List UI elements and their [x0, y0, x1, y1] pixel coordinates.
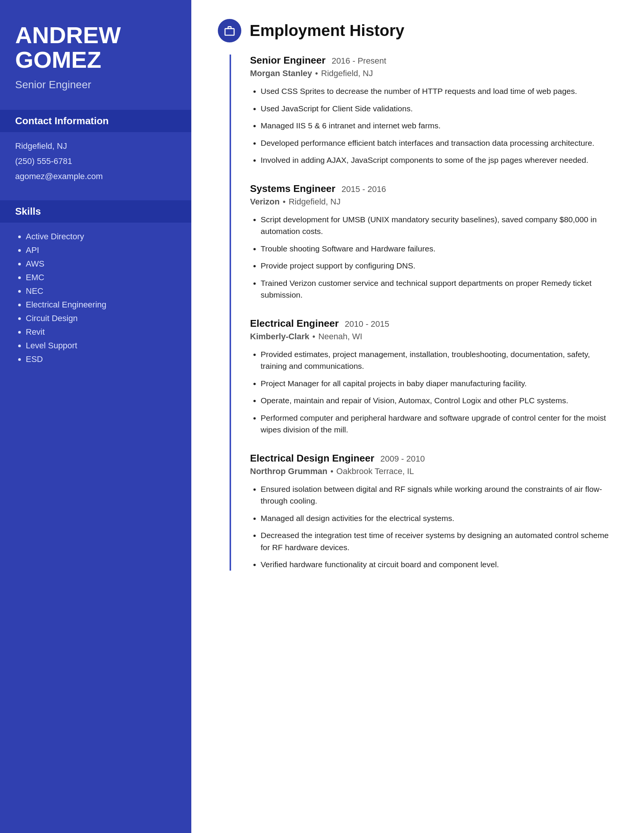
job-bullet: Managed IIS 5 & 6 intranet and internet … [261, 120, 617, 132]
job-bullets: Ensured isolation between digital and RF… [250, 483, 617, 571]
job-bullets: Script development for UMSB (UNIX mandat… [250, 214, 617, 301]
job-bullet: Decreased the integration test time of r… [261, 529, 617, 553]
job-bullet: Used CSS Sprites to decrease the number … [261, 85, 617, 97]
skill-item: Active Directory [26, 232, 176, 241]
job-company: Morgan Stanley•Ridgefield, NJ [250, 69, 617, 78]
job-bullet: Script development for UMSB (UNIX mandat… [261, 214, 617, 237]
job-bullet: Project Manager for all capital projects… [261, 378, 617, 390]
contact-section: Contact Information Ridgefield, NJ (250)… [15, 110, 176, 182]
job-dates: 2010 - 2015 [345, 319, 389, 329]
employment-header: Employment History [218, 19, 617, 42]
job-company: Kimberly-Clark•Neenah, WI [250, 332, 617, 341]
job-bullet: Used JavaScript for Client Side validati… [261, 103, 617, 115]
sidebar: ANDREW GOMEZ Senior Engineer Contact Inf… [0, 0, 191, 833]
job-bullets: Provided estimates, project management, … [250, 348, 617, 436]
job-bullet: Ensured isolation between digital and RF… [261, 483, 617, 507]
employment-title: Employment History [250, 22, 404, 40]
contact-location: Ridgefield, NJ [15, 141, 176, 151]
job-bullet: Managed all design activities for the el… [261, 512, 617, 524]
skill-item: ESD [26, 354, 176, 364]
timeline: Senior Engineer2016 - PresentMorgan Stan… [230, 55, 617, 571]
job-entry: Systems Engineer2015 - 2016Verizon•Ridge… [250, 183, 617, 301]
job-header: Electrical Design Engineer2009 - 2010 [250, 452, 617, 464]
job-title: Electrical Design Engineer [250, 452, 374, 464]
job-entry: Senior Engineer2016 - PresentMorgan Stan… [250, 55, 617, 166]
employment-icon [218, 19, 242, 42]
job-company: Verizon•Ridgefield, NJ [250, 197, 617, 207]
job-header: Senior Engineer2016 - Present [250, 55, 617, 66]
job-bullet: Trouble shooting Software and Hardware f… [261, 243, 617, 255]
job-bullet: Operate, maintain and repair of Vision, … [261, 394, 617, 407]
job-bullet: Developed performance efficient batch in… [261, 137, 617, 149]
job-header: Systems Engineer2015 - 2016 [250, 183, 617, 195]
skill-item: Circuit Design [26, 314, 176, 323]
skill-item: AWS [26, 259, 176, 269]
main-content: Employment History Senior Engineer2016 -… [191, 0, 644, 833]
job-dates: 2015 - 2016 [341, 184, 386, 194]
job-title: Senior Engineer [250, 55, 325, 66]
candidate-title: Senior Engineer [15, 79, 176, 91]
job-header: Electrical Engineer2010 - 2015 [250, 318, 617, 330]
skill-item: Revit [26, 327, 176, 337]
candidate-name: ANDREW GOMEZ [15, 23, 176, 72]
skill-item: Electrical Engineering [26, 300, 176, 310]
job-title: Systems Engineer [250, 183, 335, 195]
job-dates: 2016 - Present [332, 56, 386, 66]
job-title: Electrical Engineer [250, 318, 339, 330]
job-entry: Electrical Engineer2010 - 2015Kimberly-C… [250, 318, 617, 436]
skills-list: Active DirectoryAPIAWSEMCNECElectrical E… [15, 232, 176, 364]
contact-phone: (250) 555-6781 [15, 156, 176, 166]
job-bullet: Trained Verizon customer service and tec… [261, 277, 617, 301]
skill-item: Level Support [26, 341, 176, 351]
skill-item: NEC [26, 286, 176, 296]
job-company: Northrop Grumman•Oakbrook Terrace, IL [250, 466, 617, 476]
skill-item: EMC [26, 273, 176, 283]
contact-email: agomez@example.com [15, 172, 176, 182]
briefcase-icon [224, 25, 236, 37]
job-entry: Electrical Design Engineer2009 - 2010Nor… [250, 452, 617, 571]
contact-section-title: Contact Information [0, 110, 191, 132]
job-bullets: Used CSS Sprites to decrease the number … [250, 85, 617, 166]
job-bullet: Provide project support by configuring D… [261, 260, 617, 272]
skills-section: Skills Active DirectoryAPIAWSEMCNECElect… [15, 200, 176, 364]
skill-item: API [26, 245, 176, 255]
job-dates: 2009 - 2010 [380, 454, 425, 464]
job-bullet: Performed computer and peripheral hardwa… [261, 412, 617, 436]
skills-section-title: Skills [0, 200, 191, 223]
job-bullet: Provided estimates, project management, … [261, 348, 617, 372]
job-bullet: Involved in adding AJAX, JavaScript comp… [261, 154, 617, 166]
job-bullet: Verified hardware functionality at circu… [261, 558, 617, 571]
